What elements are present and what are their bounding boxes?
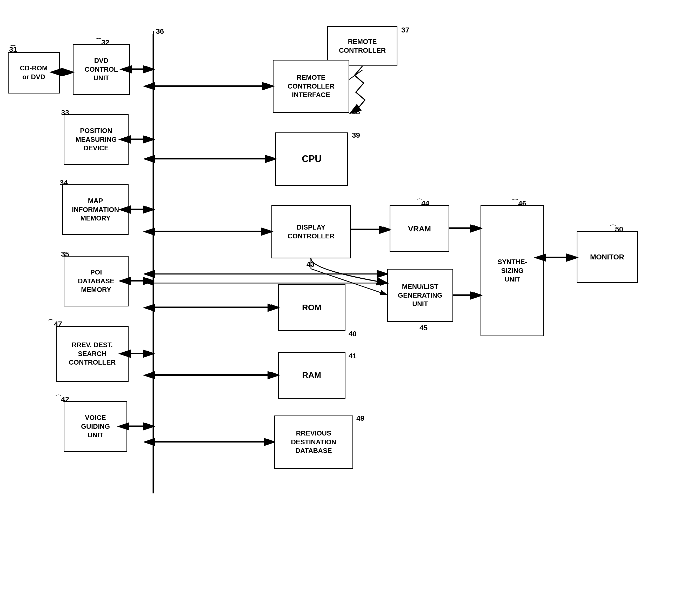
map-info-box: MAPINFORMATIONMEMORY [62,184,129,235]
ref-42: 42 [61,395,69,404]
ref-40: 40 [349,330,357,338]
synthesizing-box: SYNTHE-SIZINGUNIT [480,205,544,336]
voice-guiding-box: VOICEGUIDINGUNIT [64,401,127,452]
ref-43: 43 [306,260,315,269]
ref-31: 31 [9,46,17,54]
ref-35: 35 [61,250,69,258]
poi-db-box: POIDATABASEMEMORY [64,256,129,306]
cpu-box: CPU [275,132,348,186]
ref-39: 39 [352,131,360,140]
ref-34: 34 [60,179,68,187]
monitor-box: MONITOR [577,231,638,283]
ref-41: 41 [349,352,357,360]
display-ctrl-box: DISPLAYCONTROLLER [271,205,351,258]
ref-32: 32 [101,39,109,47]
ref-45: 45 [420,324,427,332]
position-measuring-box: POSITIONMEASURINGDEVICE [64,114,129,165]
ref-49: 49 [356,414,365,423]
ref-46: 46 [518,199,526,208]
rrev-dest-db-box: RREVIOUSDESTINATIONDATABASE [274,416,353,469]
ref-44: 44 [421,199,429,207]
rom-box: ROM [278,284,346,331]
ref-36: 36 [156,27,164,35]
ref-37: 37 [401,26,409,34]
ref-33: 33 [61,108,69,117]
dvd-control-box: DVDCONTROLUNIT [73,44,130,95]
ref-38: 38 [352,108,360,116]
ram-box: RAM [278,352,346,399]
menu-list-box: MENU/LISTGENERATINGUNIT [387,269,453,322]
vram-box: VRAM [390,205,449,252]
rci-box: REMOTECONTROLLERINTERFACE [273,60,349,113]
ref-50: 50 [615,225,623,233]
cdrom-box: CD-ROMor DVD [8,52,60,94]
rrev-dest-box: RREV. DEST.SEARCHCONTROLLER [56,326,129,382]
ref-47: 47 [54,320,62,328]
